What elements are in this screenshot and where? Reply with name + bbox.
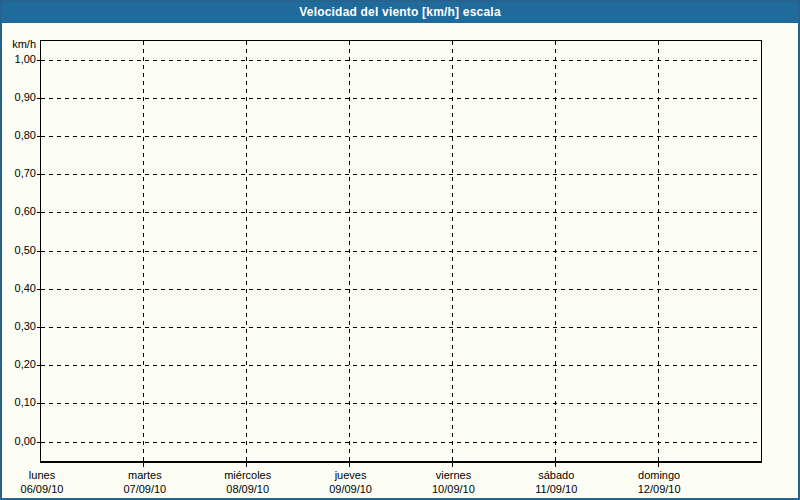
y-axis-tick bbox=[37, 136, 41, 137]
x-axis-category-label: jueves09/09/10 bbox=[296, 468, 406, 496]
x-axis-tick bbox=[555, 463, 556, 467]
day-name-label: lunes bbox=[0, 468, 97, 482]
y-axis-tick bbox=[37, 403, 41, 404]
h-gridline bbox=[41, 365, 759, 366]
h-gridline bbox=[41, 289, 759, 290]
y-axis-tick-label: 0,50 bbox=[2, 244, 36, 257]
y-axis-tick-label: 0,10 bbox=[2, 396, 36, 409]
h-gridline bbox=[41, 174, 759, 175]
day-name-label: viernes bbox=[398, 468, 508, 482]
date-label: 09/09/10 bbox=[296, 482, 406, 496]
chart-area: km/h 1,000,900,800,700,600,500,400,300,2… bbox=[2, 2, 798, 498]
x-axis-tick bbox=[658, 463, 659, 467]
h-gridline bbox=[41, 60, 759, 61]
x-axis-category-label: martes07/09/10 bbox=[90, 468, 200, 496]
v-gridline bbox=[452, 41, 453, 461]
day-name-label: jueves bbox=[296, 468, 406, 482]
x-axis-tick bbox=[246, 463, 247, 467]
y-axis-tick-label: 0,90 bbox=[2, 91, 36, 104]
y-axis-tick-label: 0,80 bbox=[2, 129, 36, 142]
h-gridline bbox=[41, 403, 759, 404]
y-axis-tick-label: 0,00 bbox=[2, 435, 36, 448]
y-axis-tick bbox=[37, 365, 41, 366]
v-gridline bbox=[143, 41, 144, 461]
y-axis-tick bbox=[37, 327, 41, 328]
y-axis-tick bbox=[37, 60, 41, 61]
plot-area bbox=[40, 40, 762, 463]
day-name-label: miércoles bbox=[193, 468, 303, 482]
y-axis-tick bbox=[37, 174, 41, 175]
day-name-label: sábado bbox=[501, 468, 611, 482]
date-label: 06/09/10 bbox=[0, 482, 97, 496]
x-axis-tick bbox=[349, 463, 350, 467]
day-name-label: domingo bbox=[604, 468, 714, 482]
date-label: 12/09/10 bbox=[604, 482, 714, 496]
y-axis-tick-label: 0,30 bbox=[2, 320, 36, 333]
h-gridline bbox=[41, 251, 759, 252]
v-gridline bbox=[658, 41, 659, 461]
x-axis-category-label: lunes06/09/10 bbox=[0, 468, 97, 496]
y-axis-tick bbox=[37, 251, 41, 252]
y-axis-tick-label: 0,20 bbox=[2, 358, 36, 371]
h-gridline bbox=[41, 98, 759, 99]
chart-window: Velocidad del viento [km/h] escala km/h … bbox=[0, 0, 800, 500]
h-gridline bbox=[41, 442, 759, 443]
y-axis-tick bbox=[37, 212, 41, 213]
v-gridline bbox=[555, 41, 556, 461]
x-axis-category-label: sábado11/09/10 bbox=[501, 468, 611, 496]
y-axis-tick bbox=[37, 98, 41, 99]
h-gridline bbox=[41, 327, 759, 328]
date-label: 07/09/10 bbox=[90, 482, 200, 496]
x-axis-category-label: miércoles08/09/10 bbox=[193, 468, 303, 496]
v-gridline bbox=[349, 41, 350, 461]
day-name-label: martes bbox=[90, 468, 200, 482]
y-axis-tick bbox=[37, 442, 41, 443]
y-axis-tick-label: 0,60 bbox=[2, 205, 36, 218]
date-label: 08/09/10 bbox=[193, 482, 303, 496]
x-axis-tick bbox=[452, 463, 453, 467]
x-axis-tick bbox=[143, 463, 144, 467]
date-label: 11/09/10 bbox=[501, 482, 611, 496]
y-axis-tick-label: 1,00 bbox=[2, 53, 36, 66]
v-gridline bbox=[246, 41, 247, 461]
h-gridline bbox=[41, 212, 759, 213]
y-axis-tick-label: 0,40 bbox=[2, 282, 36, 295]
y-axis-tick bbox=[37, 289, 41, 290]
x-axis-category-label: domingo12/09/10 bbox=[604, 468, 714, 496]
y-axis-unit-label: km/h bbox=[2, 38, 36, 51]
y-axis-tick-label: 0,70 bbox=[2, 167, 36, 180]
x-axis-category-label: viernes10/09/10 bbox=[398, 468, 508, 496]
date-label: 10/09/10 bbox=[398, 482, 508, 496]
h-gridline bbox=[41, 136, 759, 137]
